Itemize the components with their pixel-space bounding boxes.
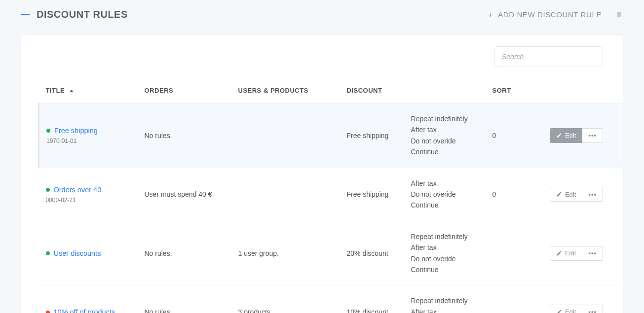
- accent-bar: [21, 14, 30, 15]
- cell-actions: Edit•••: [540, 221, 623, 285]
- edit-label: Edit: [565, 249, 576, 257]
- page-header: DISCOUNT RULES + ADD NEW DISCOUNT RULE: [0, 0, 644, 26]
- rule-line: Repeat indefinitely: [411, 295, 479, 306]
- col-header-actions: [540, 75, 623, 104]
- rule-line: Continue: [411, 264, 479, 275]
- more-icon: •••: [588, 249, 597, 257]
- rule-title-link[interactable]: Orders over 40: [54, 186, 102, 194]
- col-header-title[interactable]: TITLE: [39, 75, 138, 104]
- more-actions-button[interactable]: •••: [582, 187, 603, 202]
- cell-users: 1 user group.: [231, 221, 340, 285]
- page-title: DISCOUNT RULES: [37, 9, 128, 20]
- cell-discount: 20% discount: [340, 221, 404, 285]
- pencil-icon: [556, 309, 562, 313]
- edit-label: Edit: [565, 132, 576, 139]
- more-icon: •••: [588, 191, 597, 198]
- search-input[interactable]: [494, 46, 603, 67]
- cell-sort: [486, 221, 540, 285]
- rule-date: 0000-02-21: [46, 197, 131, 204]
- rule-line: Do not overide: [411, 253, 479, 264]
- edit-button[interactable]: Edit: [550, 305, 582, 313]
- rule-line: After tax: [411, 242, 479, 253]
- more-actions-button[interactable]: •••: [582, 246, 603, 261]
- cell-title: User discounts: [39, 221, 138, 285]
- rule-line: After tax: [411, 307, 479, 313]
- cell-rules: Repeat indefinitelyAfter taxDo not overi…: [404, 104, 486, 168]
- cell-discount: Free shipping: [340, 168, 404, 221]
- pencil-icon: [556, 133, 562, 139]
- cell-sort: 0: [486, 168, 540, 221]
- table-row: 10% off of productsNo rules.3 products.1…: [39, 285, 623, 313]
- rule-line: Do not overide: [411, 136, 479, 146]
- cell-rules: Repeat indefinitelyAfter taxDo not overi…: [404, 221, 486, 285]
- cell-actions: Edit•••: [540, 168, 623, 221]
- status-dot: [46, 129, 50, 133]
- col-header-discount[interactable]: DISCOUNT: [340, 75, 404, 104]
- rule-title-link[interactable]: 10% off of products: [54, 309, 115, 313]
- rule-line: Do not overide: [411, 189, 479, 200]
- cell-rules: Repeat indefinitelyAfter taxDo not overi…: [404, 285, 486, 313]
- rule-line: After tax: [411, 178, 479, 189]
- rule-title-link[interactable]: Free shipping: [54, 127, 98, 135]
- col-header-users[interactable]: USERS & PRODUCTS: [231, 75, 340, 104]
- bookmark-icon[interactable]: [615, 10, 623, 20]
- table-row: Free shipping1970-01-01No rules.Free shi…: [39, 104, 623, 168]
- rule-date: 1970-01-01: [46, 138, 131, 144]
- rule-title-link[interactable]: User discounts: [54, 249, 101, 257]
- rule-line: Continue: [411, 146, 479, 157]
- cell-discount: 10% discount: [340, 285, 404, 313]
- cell-users: [231, 104, 340, 168]
- add-discount-rule-button[interactable]: + ADD NEW DISCOUNT RULE: [486, 10, 605, 19]
- cell-actions: Edit•••: [540, 104, 623, 168]
- edit-button[interactable]: Edit: [550, 128, 582, 143]
- edit-label: Edit: [565, 191, 576, 198]
- rule-line: Continue: [411, 200, 479, 210]
- content-card: TITLE ORDERS USERS & PRODUCTS DISCOUNT S…: [21, 34, 623, 313]
- cell-title: 10% off of products: [39, 285, 138, 313]
- sort-asc-icon: [70, 90, 74, 92]
- status-dot: [46, 311, 50, 313]
- cell-orders: No rules.: [138, 104, 231, 168]
- edit-button[interactable]: Edit: [550, 187, 582, 202]
- cell-orders: No rules.: [138, 221, 231, 285]
- cell-title: Free shipping1970-01-01: [39, 104, 138, 168]
- col-header-rules: [404, 75, 486, 104]
- edit-button[interactable]: Edit: [550, 246, 582, 261]
- cell-orders: User must spend 40 €: [138, 168, 231, 221]
- edit-label: Edit: [565, 308, 576, 313]
- table-row: User discountsNo rules.1 user group.20% …: [39, 221, 623, 285]
- rule-line: Repeat indefinitely: [411, 113, 479, 124]
- plus-icon: +: [489, 10, 493, 19]
- rule-line: After tax: [411, 124, 479, 135]
- pencil-icon: [556, 250, 562, 256]
- cell-title: Orders over 400000-02-21: [39, 168, 138, 221]
- col-header-sort[interactable]: SORT: [486, 75, 540, 104]
- status-dot: [46, 188, 50, 192]
- status-dot: [46, 251, 50, 255]
- cell-orders: No rules.: [138, 285, 231, 313]
- cell-users: [231, 168, 340, 221]
- cell-discount: Free shipping: [340, 104, 404, 168]
- col-header-orders[interactable]: ORDERS: [138, 75, 231, 104]
- cell-actions: Edit•••: [540, 285, 623, 313]
- table-row: Orders over 400000-02-21User must spend …: [39, 168, 623, 221]
- more-icon: •••: [588, 132, 597, 139]
- discount-rules-table: TITLE ORDERS USERS & PRODUCTS DISCOUNT S…: [38, 75, 623, 313]
- pencil-icon: [556, 191, 562, 197]
- cell-users: 3 products.: [231, 285, 340, 313]
- more-actions-button[interactable]: •••: [582, 128, 603, 143]
- more-icon: •••: [588, 308, 597, 313]
- add-button-label: ADD NEW DISCOUNT RULE: [498, 10, 602, 19]
- cell-sort: 0: [486, 104, 540, 168]
- cell-sort: [486, 285, 540, 313]
- rule-line: Repeat indefinitely: [411, 231, 479, 242]
- cell-rules: After taxDo not overideContinue: [404, 168, 486, 221]
- more-actions-button[interactable]: •••: [582, 305, 603, 313]
